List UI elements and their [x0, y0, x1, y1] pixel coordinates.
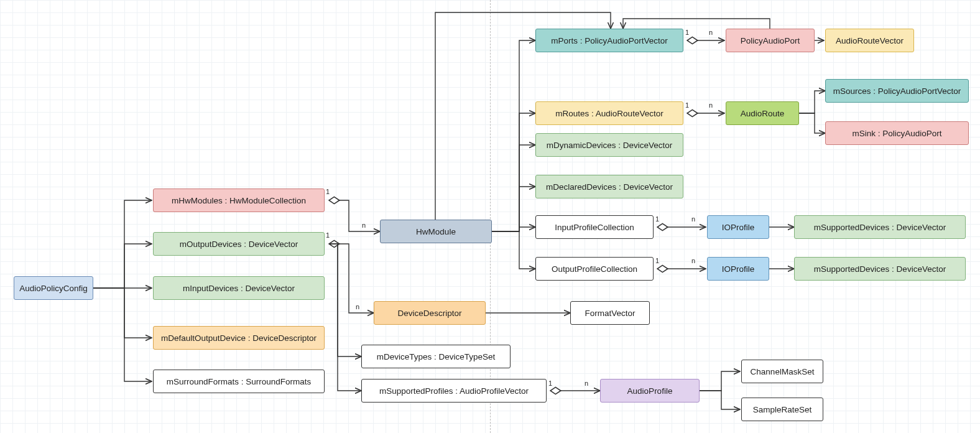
node-inputprofilecollection: InputProfileCollection: [535, 215, 654, 239]
node-ioprofile-2: IOProfile: [707, 257, 769, 281]
node-hwmodule: HwModule: [380, 220, 492, 243]
node-mports: mPorts : PolicyAudioPortVector: [535, 29, 683, 52]
mult-one: 1: [326, 188, 330, 195]
mult-many: n: [356, 303, 359, 310]
mult-one: 1: [548, 379, 552, 387]
node-msources: mSources : PolicyAudioPortVector: [825, 79, 969, 103]
mult-many: n: [362, 221, 366, 229]
node-outputprofilecollection: OutputProfileCollection: [535, 257, 654, 281]
node-sampleratesset: SampleRateSet: [741, 398, 823, 421]
node-minputdevices: mInputDevices : DeviceVector: [153, 276, 325, 300]
node-msink: mSink : PolicyAudioPort: [825, 121, 969, 145]
node-audioroutevector: AudioRouteVector: [825, 29, 914, 52]
node-formatvector: FormatVector: [570, 301, 650, 325]
node-mdeclareddevices: mDeclaredDevices : DeviceVector: [535, 175, 683, 198]
node-audio-policy-config: AudioPolicyConfig: [14, 276, 93, 300]
mult-many: n: [691, 215, 695, 223]
node-mdynamicdevices: mDynamicDevices : DeviceVector: [535, 133, 683, 157]
mult-one: 1: [326, 231, 330, 239]
node-msurroundformats: mSurroundFormats : SurroundFormats: [153, 370, 325, 393]
node-mroutes: mRoutes : AudioRouteVector: [535, 101, 683, 125]
node-msupporteddevices-2: mSupportedDevices : DeviceVector: [794, 257, 966, 281]
node-msupporteddevices-1: mSupportedDevices : DeviceVector: [794, 215, 966, 239]
mult-many: n: [691, 257, 695, 264]
diagram-canvas: 1 1 n n 1 n 1 n 1 n 1 n 1 n AudioPolicyC…: [0, 0, 980, 433]
node-audioroute: AudioRoute: [726, 101, 799, 125]
mult-many: n: [585, 379, 588, 387]
node-mhwmodules: mHwModules : HwModuleCollection: [153, 189, 325, 212]
mult-one: 1: [685, 29, 689, 36]
mult-one: 1: [655, 257, 659, 264]
mult-many: n: [709, 101, 713, 109]
mult-many: n: [709, 29, 713, 36]
mult-one: 1: [655, 215, 659, 223]
node-msupportedprofiles: mSupportedProfiles : AudioProfileVector: [361, 379, 547, 403]
node-moutputdevices: mOutputDevices : DeviceVector: [153, 232, 325, 256]
node-mdefaultoutputdevice: mDefaultOutputDevice : DeviceDescriptor: [153, 326, 325, 350]
node-mdevicetypes: mDeviceTypes : DeviceTypeSet: [361, 345, 511, 368]
node-channelmaskset: ChannelMaskSet: [741, 360, 823, 383]
node-audioprofile: AudioProfile: [600, 379, 700, 403]
node-ioprofile-1: IOProfile: [707, 215, 769, 239]
mult-one: 1: [685, 101, 689, 109]
node-devicedescriptor: DeviceDescriptor: [374, 301, 486, 325]
node-policyaudioport: PolicyAudioPort: [726, 29, 815, 52]
